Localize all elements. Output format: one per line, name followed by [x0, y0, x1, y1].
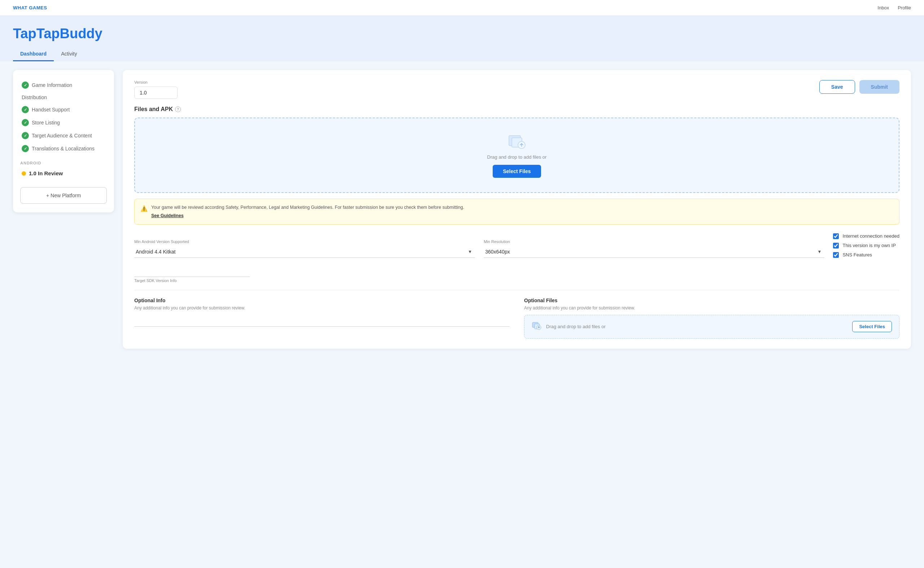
- min-android-select-wrapper: Android 4.4 Kitkat Android 5.0 Lollipop …: [134, 246, 475, 258]
- checkbox-internet-input[interactable]: [833, 233, 839, 239]
- content-top-bar: Version Save Submit: [134, 80, 900, 99]
- tabs-row: Dashboard Activity: [13, 47, 911, 61]
- content-area: Version Save Submit Files and APK ?: [123, 70, 911, 349]
- help-icon[interactable]: ?: [175, 106, 181, 112]
- checkbox-internet[interactable]: Internet connection needed: [833, 233, 900, 239]
- sidebar-item-store-listing[interactable]: Store Listing: [20, 116, 107, 129]
- min-android-group: Min Android Version Supported Android 4.…: [134, 239, 475, 258]
- min-resolution-group: Min Resolution 360x640px 720x1280px 1080…: [484, 239, 824, 258]
- optional-files-label: Optional Files: [524, 298, 900, 303]
- header-area: TapTapBuddy Dashboard Activity: [0, 16, 924, 61]
- main-drop-zone[interactable]: Drag and drop to add files or Select Fil…: [134, 118, 900, 193]
- check-icon: [22, 145, 29, 152]
- nav-links: Inbox Profile: [877, 5, 911, 11]
- sidebar-item-distribution[interactable]: Distribution: [20, 92, 107, 103]
- checkbox-sns-label: SNS Features: [842, 252, 872, 257]
- checkbox-sns-input[interactable]: [833, 252, 839, 258]
- sidebar-item-label: Store Listing: [32, 120, 60, 125]
- sidebar-item-label: Game Information: [32, 82, 72, 88]
- warning-content: Your game will be reviewd according Safe…: [151, 204, 464, 219]
- android-status-row: 1.0 In Review: [20, 168, 107, 178]
- min-android-select[interactable]: Android 4.4 Kitkat Android 5.0 Lollipop …: [134, 246, 475, 258]
- checkboxes-group: Internet connection needed This version …: [833, 233, 900, 258]
- optional-files-group: Optional Files Any additional info you c…: [524, 298, 900, 338]
- sidebar-item-label: Distribution: [22, 95, 47, 100]
- version-input[interactable]: [134, 86, 177, 99]
- min-resolution-select-wrapper: 360x640px 720x1280px 1080x1920px ▼: [484, 246, 824, 258]
- optional-info-desc: Any additional info you can provide for …: [134, 305, 510, 311]
- tab-dashboard[interactable]: Dashboard: [13, 47, 54, 61]
- check-icon: [22, 106, 29, 113]
- new-platform-button[interactable]: + New Platform: [20, 187, 107, 204]
- optional-drop-icon: [532, 321, 542, 332]
- form-row-android: Min Android Version Supported Android 4.…: [134, 233, 900, 258]
- android-status-text: 1.0 In Review: [29, 170, 63, 176]
- android-label: ANDROID: [20, 161, 107, 165]
- sidebar: Game Information Distribution Handset Su…: [13, 70, 114, 212]
- optional-info-input[interactable]: [134, 315, 510, 327]
- action-buttons: Save Submit: [819, 80, 900, 94]
- checkbox-own-ip[interactable]: This version is my own IP: [833, 243, 900, 248]
- checkbox-own-ip-input[interactable]: [833, 243, 839, 248]
- min-android-label: Min Android Version Supported: [134, 239, 475, 244]
- drop-zone-icon: [142, 133, 892, 150]
- checkbox-sns[interactable]: SNS Features: [833, 252, 900, 258]
- warning-text: Your game will be reviewd according Safe…: [151, 205, 464, 210]
- submit-button[interactable]: Submit: [859, 80, 900, 94]
- sidebar-item-translations[interactable]: Translations & Localizations: [20, 142, 107, 155]
- sidebar-item-label: Target Audience & Content: [32, 133, 92, 139]
- save-button[interactable]: Save: [819, 80, 855, 94]
- sidebar-item-game-information[interactable]: Game Information: [20, 79, 107, 92]
- files-title-text: Files and APK: [134, 106, 173, 113]
- version-label: Version: [134, 80, 177, 85]
- optional-drop-zone[interactable]: Drag and drop to add files or Select Fil…: [524, 315, 900, 338]
- optional-info-label: Optional Info: [134, 298, 510, 303]
- target-sdk-group: Target SDK Version Info: [134, 265, 250, 283]
- android-section: ANDROID 1.0 In Review: [20, 161, 107, 178]
- optional-drop-text: Drag and drop to add files or: [546, 324, 848, 329]
- status-dot-icon: [22, 171, 26, 176]
- nav-profile[interactable]: Profile: [898, 5, 911, 11]
- optional-row: Optional Info Any additional info you ca…: [134, 298, 900, 338]
- sidebar-item-target-audience[interactable]: Target Audience & Content: [20, 129, 107, 142]
- nav-inbox[interactable]: Inbox: [877, 5, 889, 11]
- check-icon: [22, 132, 29, 139]
- top-nav: WHAT GAMES Inbox Profile: [0, 0, 924, 16]
- optional-info-group: Optional Info Any additional info you ca…: [134, 298, 510, 338]
- optional-files-desc: Any additional info you can provide for …: [524, 305, 900, 311]
- warning-box: ⚠️ Your game will be reviewd according S…: [134, 199, 900, 225]
- select-files-button[interactable]: Select Files: [493, 165, 541, 178]
- see-guidelines-link[interactable]: See Guidelines: [151, 212, 464, 219]
- sidebar-item-label: Handset Support: [32, 107, 70, 113]
- divider: [134, 290, 900, 290]
- min-resolution-select[interactable]: 360x640px 720x1280px 1080x1920px: [484, 246, 824, 258]
- warning-icon: ⚠️: [141, 204, 148, 213]
- app-title: TapTapBuddy: [13, 26, 911, 41]
- main-layout: Game Information Distribution Handset Su…: [0, 61, 924, 357]
- target-sdk-label: Target SDK Version Info: [134, 278, 250, 283]
- target-sdk-input[interactable]: [134, 265, 250, 277]
- files-section-title: Files and APK ?: [134, 106, 900, 113]
- check-icon: [22, 82, 29, 89]
- drop-text: Drag and drop to add files or: [142, 154, 892, 160]
- min-resolution-label: Min Resolution: [484, 239, 824, 244]
- checkbox-own-ip-label: This version is my own IP: [842, 243, 895, 248]
- optional-select-files-button[interactable]: Select Files: [852, 321, 892, 332]
- sidebar-item-handset-support[interactable]: Handset Support: [20, 103, 107, 116]
- tab-activity[interactable]: Activity: [54, 47, 84, 61]
- checkbox-internet-label: Internet connection needed: [842, 233, 900, 239]
- brand-name: WHAT GAMES: [13, 5, 47, 11]
- sidebar-item-label: Translations & Localizations: [32, 146, 95, 151]
- version-group: Version: [134, 80, 177, 99]
- check-icon: [22, 119, 29, 126]
